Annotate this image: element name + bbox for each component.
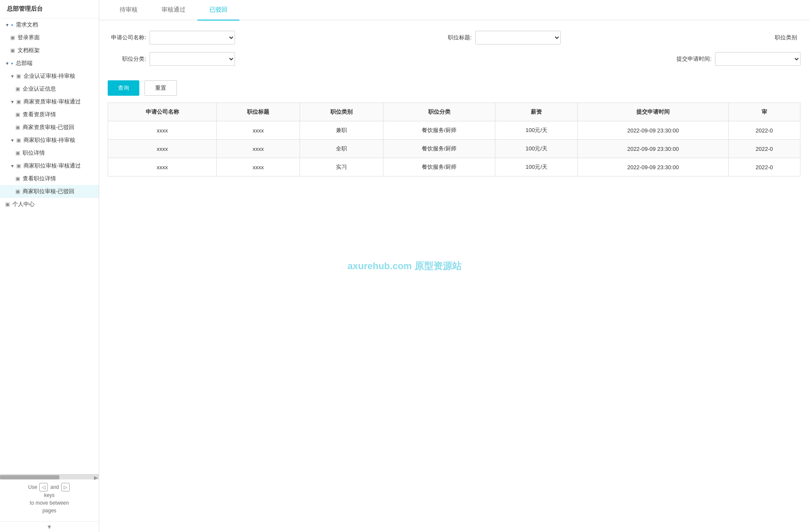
sidebar-item-zongbu[interactable]: ▼ ▪ 总部端	[0, 57, 99, 70]
table-row[interactable]: xxxxxxxx兼职餐饮服务/厨师100元/天2022-09-09 23:30:…	[108, 121, 800, 140]
th-salary: 薪资	[495, 103, 578, 121]
sidebar-scrollbar[interactable]: ▶	[0, 474, 99, 479]
position-category-select[interactable]	[150, 52, 235, 66]
submit-time-label: 提交申请时间:	[677, 55, 712, 63]
expand-icon: ▼	[10, 138, 15, 143]
tab-juhui[interactable]: 已驳回	[197, 0, 239, 20]
query-button[interactable]: 查询	[108, 80, 139, 96]
doc-icon: ▣	[15, 124, 20, 130]
sidebar-item-qiye-renzheng[interactable]: ▼ ▣ 企业认证审核-待审核	[0, 70, 99, 82]
th-category: 职位分类	[383, 103, 495, 121]
sidebar-item-label: 商家职位审核-已驳回	[23, 188, 74, 195]
doc-icon: ▣	[15, 112, 20, 118]
sidebar-item-denglu[interactable]: ▣ 登录界面	[0, 31, 99, 44]
sidebar-bottom-arrow[interactable]: ▼	[0, 521, 99, 532]
folder-icon: ▪	[11, 60, 13, 67]
submit-time-select[interactable]	[715, 52, 800, 66]
sidebar-item-shangjia-zhiwei-daisheng[interactable]: ▼ ▣ 商家职位审核-待审核	[0, 134, 99, 147]
tab-daisheng[interactable]: 待审核	[108, 0, 150, 20]
filter-area: 申请公司名称: 职位标题: 职位类别 职位分类: 提交申请时间:	[99, 21, 809, 80]
sidebar-item-label: 需求文档	[16, 21, 38, 29]
doc-icon: ▣	[16, 99, 21, 105]
table-cell-5: 2022-09-09 23:30:00	[578, 140, 728, 158]
filter-buttons: 查询 重置	[99, 80, 809, 103]
sidebar-item-xuqiu[interactable]: ▼ ▪ 需求文档	[0, 18, 99, 31]
nav-hint-keys: keys	[44, 492, 55, 498]
position-title-select[interactable]	[475, 31, 561, 44]
table-body: xxxxxxxx兼职餐饮服务/厨师100元/天2022-09-09 23:30:…	[108, 121, 800, 176]
table-cell-0: xxxx	[108, 140, 217, 158]
table-header-row: 申请公司名称 职位标题 职位类别 职位分类 薪资 提交申请时间 审	[108, 103, 800, 121]
table-cell-1: xxxx	[217, 158, 300, 176]
company-label: 申请公司名称:	[108, 34, 146, 41]
doc-icon: ▣	[16, 73, 21, 79]
th-title: 职位标题	[217, 103, 300, 121]
doc-icon: ▣	[15, 150, 20, 156]
sidebar-item-label: 总部端	[16, 59, 32, 67]
sidebar-item-shangjia-zhiwei-juhui[interactable]: ▣ 商家职位审核-已驳回	[0, 185, 99, 198]
position-title-label: 职位标题:	[438, 34, 472, 41]
table-area: 申请公司名称 职位标题 职位类别 职位分类 薪资 提交申请时间 审 xxxxxx…	[99, 103, 809, 532]
sidebar-item-shangjia-zizhi-juhui[interactable]: ▣ 商家资质审核-已驳回	[0, 121, 99, 134]
sidebar-item-chakan-zhiwei[interactable]: ▣ 查看职位详情	[0, 172, 99, 185]
position-category-label: 职位分类:	[108, 55, 146, 63]
expand-icon: ▼	[5, 61, 9, 66]
doc-icon: ▣	[5, 201, 10, 207]
table-cell-3: 餐饮服务/厨师	[383, 158, 495, 176]
tab-tongguo[interactable]: 审核通过	[150, 0, 197, 20]
expand-icon: ▼	[10, 164, 15, 168]
sidebar-nav-hint: Use ◁ and ▷ keys to move between pages	[0, 479, 99, 522]
sidebar-item-shangjia-zizhi-shenhe[interactable]: ▼ ▣ 商家资质审核-审核通过	[0, 95, 99, 108]
expand-icon: ▼	[10, 100, 15, 104]
scroll-right-arrow[interactable]: ▶	[94, 475, 98, 481]
nav-hint-to-move: to move between	[30, 500, 69, 506]
expand-icon: ▼	[10, 74, 15, 79]
sidebar-item-label: 文档框架	[18, 47, 40, 54]
table-cell-0: xxxx	[108, 158, 217, 176]
table-cell-1: xxxx	[217, 140, 300, 158]
doc-icon: ▣	[16, 163, 21, 169]
sidebar-item-wendang[interactable]: ▣ 文档框架	[0, 44, 99, 57]
sidebar-item-label: 查看资质详情	[23, 111, 56, 118]
table-row[interactable]: xxxxxxxx实习餐饮服务/厨师100元/天2022-09-09 23:30:…	[108, 158, 800, 176]
sidebar-item-label: 职位详情	[23, 149, 45, 157]
sidebar-item-label: 查看职位详情	[23, 175, 56, 182]
table-cell-6: 2022-0	[728, 121, 800, 140]
th-company: 申请公司名称	[108, 103, 217, 121]
nav-hint-pages: pages	[42, 508, 56, 514]
filter-row-2: 职位分类: 提交申请时间:	[108, 52, 800, 66]
sidebar-item-label: 企业认证信息	[23, 85, 56, 93]
sidebar-item-zhiwei-xiangqing[interactable]: ▣ 职位详情	[0, 147, 99, 159]
sidebar-header: 总部管理后台	[0, 0, 99, 18]
table-cell-4: 100元/天	[495, 158, 578, 176]
table-cell-1: xxxx	[217, 121, 300, 140]
company-select[interactable]	[150, 31, 235, 44]
doc-icon: ▣	[15, 86, 20, 92]
tabs-bar: 待审核 审核通过 已驳回	[99, 0, 809, 21]
sidebar-item-label: 商家资质审核-审核通过	[24, 98, 81, 106]
reset-button[interactable]: 重置	[144, 80, 177, 96]
position-type-label: 职位类别	[763, 34, 797, 41]
sidebar-item-shangjia-zhiwei-shenhe[interactable]: ▼ ▣ 商家职位审核-审核通过	[0, 159, 99, 172]
main-content: 待审核 审核通过 已驳回 申请公司名称: 职位标题: 职位类别 职位分类: 提交…	[99, 0, 809, 532]
table-cell-0: xxxx	[108, 121, 217, 140]
nav-hint-use: Use	[28, 484, 37, 490]
table-cell-4: 100元/天	[495, 140, 578, 158]
sidebar-item-label: 企业认证审核-待审核	[24, 72, 75, 80]
table-cell-3: 餐饮服务/厨师	[383, 140, 495, 158]
table-row[interactable]: xxxxxxxx全职餐饮服务/厨师100元/天2022-09-09 23:30:…	[108, 140, 800, 158]
sidebar-item-geren-zhongxin[interactable]: ▣ 个人中心	[0, 198, 99, 211]
sidebar: 总部管理后台 ▼ ▪ 需求文档 ▣ 登录界面 ▣ 文档框架 ▼ ▪ 总部端 ▼ …	[0, 0, 99, 532]
nav-hint-and: and	[50, 484, 59, 490]
sidebar-item-chakan-zizhi[interactable]: ▣ 查看资质详情	[0, 108, 99, 121]
sidebar-content: ▼ ▪ 需求文档 ▣ 登录界面 ▣ 文档框架 ▼ ▪ 总部端 ▼ ▣ 企业认证审…	[0, 18, 99, 474]
table-cell-5: 2022-09-09 23:30:00	[578, 158, 728, 176]
scrollbar-thumb[interactable]	[0, 475, 59, 479]
sidebar-item-label: 商家职位审核-审核通过	[24, 162, 81, 170]
table-cell-3: 餐饮服务/厨师	[383, 121, 495, 140]
doc-icon: ▣	[10, 47, 15, 53]
table-cell-5: 2022-09-09 23:30:00	[578, 121, 728, 140]
sidebar-item-label: 个人中心	[12, 200, 35, 208]
sidebar-item-qiye-xinxi[interactable]: ▣ 企业认证信息	[0, 82, 99, 95]
table-cell-2: 兼职	[300, 121, 383, 140]
